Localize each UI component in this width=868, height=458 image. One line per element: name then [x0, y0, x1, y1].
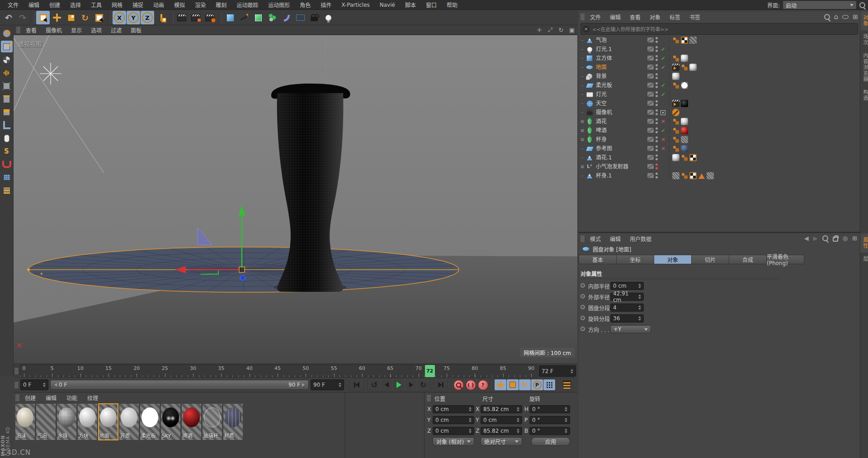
position-field[interactable]: 0 cm — [433, 416, 474, 424]
clap-tag-icon[interactable] — [672, 100, 679, 107]
matglass-tag-icon[interactable] — [672, 172, 679, 179]
attribute-dropdown[interactable]: +Y — [610, 325, 651, 333]
keyframe-radio[interactable] — [580, 327, 585, 331]
phong-tag-icon[interactable] — [681, 64, 688, 71]
redo-button[interactable]: ↷ — [16, 11, 29, 24]
matwhite-tag-icon[interactable] — [689, 64, 697, 71]
visibility-dots[interactable] — [656, 82, 658, 88]
object-name[interactable]: 灯光 — [596, 90, 607, 99]
layout-tab-inactive[interactable]: 层 — [860, 252, 868, 266]
disabled-cross-icon[interactable]: ✕ — [660, 117, 666, 126]
expand-icon[interactable]: ⊞ — [580, 117, 585, 126]
material-menu-item[interactable]: 创建 — [20, 393, 40, 402]
frame-range-slider[interactable]: 0 F 90 F — [50, 380, 309, 390]
visibility-dots[interactable] — [656, 55, 658, 61]
visibility-dots[interactable] — [656, 154, 658, 160]
layer-color-chip[interactable] — [647, 146, 654, 151]
apply-button[interactable]: 应用 — [531, 437, 570, 446]
search-icon[interactable] — [859, 2, 865, 8]
object-name[interactable]: 杯身 — [596, 135, 607, 144]
visibility-dots[interactable] — [656, 46, 658, 52]
rotate-view-icon[interactable]: ↻ — [557, 26, 565, 33]
menubar-item[interactable]: Navié — [375, 1, 400, 9]
material-item[interactable]: 地面 — [99, 404, 118, 440]
viewport-menu-item[interactable]: 显示 — [66, 26, 86, 34]
om-menu-item[interactable]: 文件 — [585, 13, 605, 21]
layout-tab-inactive[interactable]: 内容浏览器 — [860, 49, 868, 86]
matwhite-tag-icon[interactable] — [681, 55, 688, 62]
enabled-check-icon[interactable]: ✓ — [660, 90, 666, 99]
visibility-dots[interactable] — [656, 91, 658, 97]
size-mode-dropdown[interactable]: 绝对尺寸 — [481, 437, 522, 446]
home-icon[interactable]: ⌂ — [834, 13, 839, 21]
attribute-tab[interactable]: 切片 — [692, 255, 729, 264]
object-name[interactable]: 摄像机 — [596, 108, 612, 117]
layer-color-chip[interactable] — [647, 119, 654, 124]
live-selection-button[interactable] — [36, 11, 50, 24]
visibility-dots[interactable] — [656, 127, 658, 133]
keyframe-radio[interactable] — [580, 305, 585, 309]
material-item[interactable]: 柔光板 — [140, 404, 160, 440]
panel-grip[interactable] — [427, 395, 431, 402]
object-name[interactable]: 灯光.1 — [596, 45, 612, 54]
enabled-check-icon[interactable]: ✓ — [660, 45, 666, 54]
checker-tag-icon[interactable] — [689, 172, 697, 179]
record-keyframe-button[interactable] — [453, 379, 464, 390]
material-item[interactable]: SKY — [161, 404, 180, 440]
visibility-dots[interactable] — [656, 100, 658, 106]
pan-view-icon[interactable]: ✛ — [536, 26, 543, 33]
timeline-ruler[interactable]: 05101520253035404550556065707580859072 — [20, 365, 538, 378]
rotate-tool-button[interactable]: ↻ — [78, 11, 92, 24]
make-editable-button[interactable] — [1, 28, 13, 39]
layout-tab-active[interactable]: 属性 — [860, 234, 868, 252]
phong-tag-icon[interactable] — [672, 55, 679, 62]
material-menu-item[interactable]: 纹理 — [83, 393, 103, 402]
object-row[interactable]: –灯光✓ — [579, 90, 860, 99]
search-icon[interactable] — [822, 235, 828, 241]
enabled-check-icon[interactable]: ✓ — [660, 63, 666, 72]
attribute-tab[interactable]: 基本 — [579, 255, 617, 264]
object-name[interactable]: 天空 — [596, 99, 607, 108]
visibility-dots[interactable] — [656, 145, 658, 151]
attribute-tab[interactable]: 平滑着色(Phong) — [767, 255, 804, 264]
eye-icon[interactable] — [842, 15, 849, 19]
panel-grip[interactable] — [580, 14, 585, 20]
next-key-button[interactable]: ↻ — [417, 379, 429, 390]
menubar-item[interactable]: 网格 — [107, 0, 127, 9]
material-item[interactable]: 方块 — [78, 404, 97, 440]
expand-icon[interactable]: ⊞ — [580, 162, 585, 171]
visibility-dots[interactable] — [656, 136, 658, 142]
menubar-item[interactable]: 窗口 — [421, 0, 442, 9]
polygon-mode-button[interactable] — [1, 106, 13, 118]
object-name[interactable]: 地面 — [596, 63, 607, 72]
om-menu-item[interactable]: 查看 — [625, 13, 645, 21]
attribute-tab[interactable]: 坐标 — [617, 255, 654, 264]
add-icon[interactable]: ⊞ — [853, 13, 858, 20]
size-field[interactable]: 0 cm — [481, 416, 522, 424]
spline-pen-button[interactable] — [237, 11, 251, 24]
phong-tag-icon[interactable] — [681, 172, 688, 179]
size-field[interactable]: 85.82 cm — [481, 427, 522, 435]
layer-color-chip[interactable] — [647, 101, 654, 106]
render-view-button[interactable] — [175, 11, 189, 24]
material-menu-item[interactable]: 编辑 — [41, 393, 61, 402]
record-parameter-button[interactable]: P — [531, 379, 543, 390]
interface-dropdown[interactable]: 启动 — [783, 0, 857, 9]
object-row[interactable]: –摄像机 — [579, 108, 860, 117]
attribute-tab[interactable]: 对象 — [654, 255, 692, 264]
viewport-canvas[interactable] — [14, 35, 577, 363]
om-menu-item[interactable]: 对象 — [645, 13, 665, 21]
panel-grip[interactable] — [15, 394, 19, 401]
z-axis-handle[interactable] — [241, 276, 245, 280]
keyframe-selection-button[interactable]: ? — [477, 379, 489, 390]
layout-tab-active[interactable]: 对象 — [860, 11, 868, 30]
goto-start-button[interactable] — [351, 379, 363, 390]
disabled-cross-icon[interactable]: ✕ — [660, 135, 666, 144]
position-field[interactable]: 0 cm — [433, 427, 474, 435]
object-row[interactable]: ⊞酒花✕ — [579, 117, 860, 126]
record-rotation-button[interactable]: ↻ — [519, 379, 531, 390]
visibility-dots[interactable] — [656, 164, 658, 169]
visibility-dots[interactable] — [656, 73, 658, 79]
om-menu-item[interactable]: 书签 — [685, 13, 705, 21]
layer-color-chip[interactable] — [647, 74, 654, 79]
